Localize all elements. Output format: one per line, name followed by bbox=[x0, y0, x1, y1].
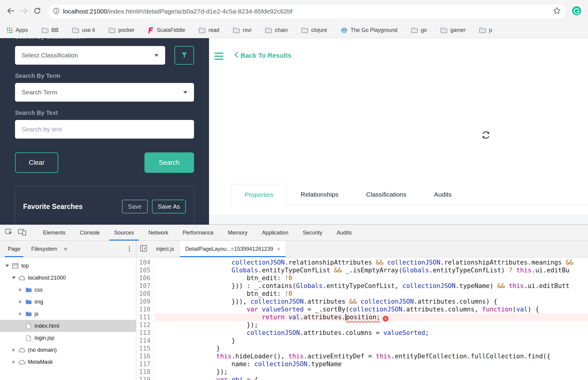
tree-item-top[interactable]: top bbox=[0, 260, 136, 272]
code-line-114[interactable]: } bbox=[156, 337, 588, 345]
line-number[interactable]: 111 bbox=[136, 313, 150, 321]
tree-item-img[interactable]: img bbox=[0, 296, 136, 308]
devtools-tab-performance[interactable]: Performance bbox=[175, 225, 221, 241]
collapse-arrow-icon[interactable] bbox=[17, 312, 24, 316]
bookmark-rovi[interactable]: rovi bbox=[233, 27, 251, 33]
code-line-113[interactable]: collectionJSON.attributes.columns = valu… bbox=[156, 329, 588, 337]
code-line-116[interactable]: this.hideLoader(), this.activeEntityDef … bbox=[156, 352, 588, 360]
more-tabs-icon[interactable]: » bbox=[64, 245, 67, 253]
code-line-111[interactable]: return val.attributes.position;× bbox=[156, 313, 588, 321]
menu-button[interactable] bbox=[214, 53, 223, 62]
code-line-118[interactable]: }); bbox=[156, 368, 588, 376]
line-number[interactable]: 112 bbox=[136, 321, 150, 329]
devtools-tab-security[interactable]: Security bbox=[296, 225, 329, 241]
close-icon[interactable]: × bbox=[277, 246, 280, 253]
line-number[interactable]: 117 bbox=[136, 360, 150, 368]
save-button[interactable]: Save bbox=[122, 200, 148, 213]
line-number[interactable]: 110 bbox=[136, 305, 150, 313]
bookmark-chain[interactable]: chain bbox=[265, 27, 288, 33]
editor-tab-detailpagelayou-1539941261239[interactable]: DetailPageLayou...=1539941261239× bbox=[180, 241, 286, 257]
bookmark-read[interactable]: read bbox=[199, 27, 219, 33]
line-number[interactable]: 107 bbox=[136, 282, 150, 290]
devtools-tab-console[interactable]: Console bbox=[73, 225, 107, 241]
tree-item-css[interactable]: css bbox=[0, 284, 136, 296]
tab-classifications[interactable]: Classifications bbox=[352, 184, 420, 205]
devtools-tab-application[interactable]: Application bbox=[255, 225, 296, 241]
save-as-button[interactable]: Save As bbox=[152, 200, 186, 213]
bookmark-gamer[interactable]: gamer bbox=[441, 27, 465, 33]
line-number[interactable]: 104 bbox=[136, 259, 150, 266]
code-line-119[interactable]: var obj = { bbox=[156, 376, 588, 380]
editor-tab-inject-js[interactable]: inject.js bbox=[151, 241, 180, 257]
line-number[interactable]: 115 bbox=[136, 345, 150, 352]
code-line-106[interactable]: btn_edit: !0 bbox=[156, 274, 588, 282]
code-line-112[interactable]: }); bbox=[156, 321, 588, 329]
bookmark-pocker[interactable]: pocker bbox=[109, 27, 135, 33]
line-number[interactable]: 108 bbox=[136, 290, 150, 298]
collapse-arrow-icon[interactable] bbox=[10, 360, 17, 364]
devtools-tab-memory[interactable]: Memory bbox=[221, 225, 255, 241]
device-toolbar-button[interactable] bbox=[16, 225, 29, 241]
bookmark-p[interactable]: p bbox=[479, 27, 492, 33]
tab-relationships[interactable]: Relationships bbox=[287, 184, 352, 205]
bookmark-go[interactable]: go bbox=[411, 27, 427, 33]
code-line-107[interactable]: })) : _.contains(Globals.entityTypeConfL… bbox=[156, 282, 588, 290]
navigator-tab-filesystem[interactable]: Filesystem bbox=[26, 241, 62, 257]
devtools-tab-network[interactable]: Network bbox=[141, 225, 175, 241]
code-line-110[interactable]: var valueSorted = _.sortBy(collectionJSO… bbox=[156, 305, 588, 313]
code-line-104[interactable]: collectionJSON.relationshipAttributes &&… bbox=[156, 259, 588, 266]
url-bar[interactable]: localhost:21000/index.html#!/detailPage/… bbox=[48, 5, 566, 18]
filter-button[interactable] bbox=[174, 46, 194, 65]
collapse-arrow-icon[interactable] bbox=[17, 300, 24, 304]
line-number[interactable]: 116 bbox=[136, 352, 150, 360]
error-icon[interactable]: × bbox=[383, 316, 389, 322]
tree-item-no-domain[interactable]: (no domain) bbox=[0, 344, 136, 356]
line-number[interactable]: 113 bbox=[136, 329, 150, 337]
tree-item-index-html[interactable]: index.html bbox=[0, 320, 136, 332]
line-number[interactable]: 105 bbox=[136, 266, 150, 274]
refresh-button[interactable] bbox=[31, 5, 44, 18]
text-search-input[interactable] bbox=[15, 120, 194, 139]
overflow-menu-button[interactable] bbox=[125, 244, 134, 254]
code-line-109[interactable]: })), collectionJSON.attributes && collec… bbox=[156, 298, 588, 305]
bookmark-use-it[interactable]: use it bbox=[72, 27, 95, 33]
panel-toggle-button[interactable] bbox=[136, 241, 151, 257]
info-icon[interactable] bbox=[53, 8, 59, 15]
line-number[interactable]: 118 bbox=[136, 368, 150, 376]
collapse-arrow-icon[interactable] bbox=[10, 348, 17, 352]
tree-item-login-jsp[interactable]: login.jsp bbox=[0, 332, 136, 344]
bookmark-apps[interactable]: Apps bbox=[7, 27, 28, 33]
back-to-results-link[interactable]: Back To Results bbox=[234, 51, 292, 60]
clear-button[interactable]: Clear bbox=[15, 152, 58, 173]
bookmark-scalafiddle[interactable]: ScalaFiddle bbox=[148, 27, 185, 33]
inspect-element-button[interactable] bbox=[2, 225, 16, 241]
line-number[interactable]: 106 bbox=[136, 274, 150, 282]
code-line-108[interactable]: btn_edit: !0 bbox=[156, 290, 588, 298]
tab-audits[interactable]: Audits bbox=[420, 184, 465, 205]
devtools-tab-audits[interactable]: Audits bbox=[329, 225, 359, 241]
devtools-tab-elements[interactable]: Elements bbox=[36, 225, 73, 241]
tree-item-js[interactable]: js bbox=[0, 308, 136, 320]
extension-button[interactable] bbox=[572, 6, 581, 17]
navigator-tab-page[interactable]: Page bbox=[2, 241, 26, 257]
expand-arrow-icon[interactable] bbox=[10, 277, 17, 279]
expand-arrow-icon[interactable] bbox=[4, 265, 11, 267]
devtools-tab-sources[interactable]: Sources bbox=[107, 225, 141, 241]
forward-button[interactable] bbox=[17, 5, 31, 18]
collapse-arrow-icon[interactable] bbox=[17, 288, 24, 292]
term-select[interactable]: Search Term bbox=[15, 83, 194, 102]
line-number[interactable]: 119 bbox=[136, 376, 150, 380]
tree-item-localhost-21000[interactable]: localhost:21000 bbox=[0, 272, 136, 284]
bookmark-clojure[interactable]: clojure bbox=[302, 27, 327, 33]
code-line-117[interactable]: name: collectionJSON.typeName bbox=[156, 360, 588, 368]
tab-properties[interactable]: Properties bbox=[231, 184, 287, 205]
code-line-115[interactable]: } bbox=[156, 345, 588, 352]
search-button[interactable]: Search bbox=[144, 152, 194, 173]
back-button[interactable] bbox=[4, 5, 17, 18]
bookmark-star-button[interactable] bbox=[553, 7, 561, 16]
code-line-105[interactable]: Globals.entityTypeConfList && _.isEmptyA… bbox=[156, 266, 588, 274]
line-number[interactable]: 109 bbox=[136, 298, 150, 305]
bookmark-bb[interactable]: BB bbox=[42, 27, 59, 33]
classification-select[interactable]: Select Classification bbox=[15, 46, 165, 65]
bookmark-the-go-playground[interactable]: The Go Playground bbox=[341, 27, 397, 33]
